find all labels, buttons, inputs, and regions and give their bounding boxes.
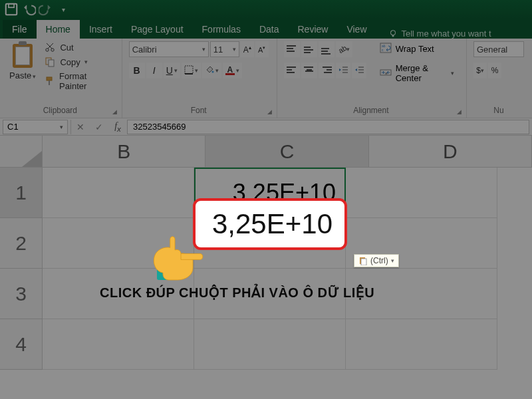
font-size-combo[interactable]: 11▾ bbox=[210, 41, 239, 57]
alignment-dialog-launcher[interactable]: ◢ bbox=[457, 108, 465, 116]
underline-icon: U bbox=[166, 65, 173, 76]
percent-icon: % bbox=[491, 66, 499, 75]
save-icon bbox=[4, 2, 19, 17]
tab-formulas[interactable]: Formulas bbox=[193, 20, 250, 39]
decrease-indent-icon bbox=[338, 66, 348, 76]
group-label-clipboard: Clipboard bbox=[7, 106, 114, 116]
cell-B4[interactable] bbox=[43, 319, 194, 370]
insert-function-button[interactable]: fx bbox=[108, 120, 127, 134]
increase-font-icon: A▴ bbox=[243, 45, 251, 55]
qat-customize[interactable]: ▾ bbox=[56, 2, 70, 17]
group-clipboard: Paste▾ Cut Copy ▾ Format Painter bbox=[0, 39, 122, 118]
svg-rect-3 bbox=[392, 35, 394, 37]
worksheet-grid[interactable]: B C D 1 2 3 4 3,25E+10 bbox=[0, 136, 532, 399]
group-alignment: ab▾ abc Wrap Text bbox=[277, 39, 467, 118]
group-label-alignment: Alignment bbox=[284, 106, 458, 116]
scissors-icon bbox=[44, 42, 56, 53]
fill-color-button[interactable]: ▾ bbox=[202, 63, 221, 78]
tell-me[interactable]: Tell me what you want t bbox=[388, 29, 491, 39]
svg-rect-1 bbox=[9, 4, 14, 8]
select-all-triangle[interactable] bbox=[0, 136, 43, 168]
copy-icon bbox=[44, 57, 56, 67]
tab-page-layout[interactable]: Page Layout bbox=[122, 20, 193, 39]
align-top-button[interactable] bbox=[284, 41, 300, 57]
number-format-combo[interactable]: General bbox=[473, 41, 524, 57]
tab-file[interactable]: File bbox=[3, 20, 37, 39]
borders-icon bbox=[184, 65, 194, 76]
italic-button[interactable]: I bbox=[146, 63, 162, 78]
clipboard-icon bbox=[358, 256, 368, 265]
underline-button[interactable]: U▾ bbox=[164, 63, 180, 78]
accounting-format-button[interactable]: $▾ bbox=[473, 63, 487, 78]
tab-home[interactable]: Home bbox=[37, 20, 80, 39]
formula-bar: C1▾ ✕ ✓ fx 32523545669 bbox=[0, 118, 532, 136]
bold-button[interactable]: B bbox=[129, 63, 145, 78]
align-left-button[interactable] bbox=[284, 63, 300, 78]
group-font: Calibri▾ 11▾ A▴ A▾ B I U▾ ▾ ▾ A▾ Font bbox=[122, 39, 277, 118]
lightbulb-icon bbox=[388, 29, 398, 39]
cell-B1[interactable] bbox=[43, 168, 194, 218]
orientation-button[interactable]: ab▾ bbox=[336, 41, 352, 57]
decrease-font-button[interactable]: A▾ bbox=[255, 41, 269, 57]
cell-D4[interactable] bbox=[346, 319, 497, 370]
tab-insert[interactable]: Insert bbox=[80, 20, 122, 39]
align-middle-button[interactable] bbox=[301, 41, 317, 57]
group-label-font: Font bbox=[129, 106, 269, 116]
cancel-formula-button[interactable]: ✕ bbox=[71, 120, 90, 134]
svg-rect-0 bbox=[6, 4, 17, 15]
enter-formula-button[interactable]: ✓ bbox=[90, 120, 108, 134]
svg-rect-10 bbox=[185, 66, 193, 74]
svg-point-4 bbox=[46, 49, 49, 51]
cell-C4[interactable] bbox=[194, 319, 346, 370]
align-center-button[interactable] bbox=[301, 63, 317, 78]
borders-button[interactable]: ▾ bbox=[182, 63, 201, 78]
align-right-button[interactable] bbox=[319, 63, 334, 78]
column-header-D[interactable]: D bbox=[369, 136, 532, 168]
row-header-4[interactable]: 4 bbox=[0, 319, 43, 370]
align-middle-icon bbox=[304, 45, 315, 53]
column-header-B[interactable]: B bbox=[43, 136, 205, 168]
row-header-3[interactable]: 3 bbox=[0, 269, 43, 319]
save-button[interactable] bbox=[4, 2, 19, 17]
pointing-hand-icon bbox=[145, 226, 205, 289]
italic-icon: I bbox=[153, 65, 156, 76]
font-dialog-launcher[interactable]: ◢ bbox=[267, 108, 275, 116]
increase-indent-button[interactable] bbox=[352, 63, 366, 78]
tab-review[interactable]: Review bbox=[289, 20, 338, 39]
bold-icon: B bbox=[134, 65, 140, 76]
annotation-highlight-box: 3,25E+10 bbox=[193, 198, 347, 250]
name-box[interactable]: C1▾ bbox=[3, 120, 68, 134]
redo-button[interactable] bbox=[39, 2, 53, 17]
svg-rect-8 bbox=[47, 77, 52, 80]
row-header-1[interactable]: 1 bbox=[0, 168, 43, 218]
tab-view[interactable]: View bbox=[337, 20, 376, 39]
increase-font-button[interactable]: A▴ bbox=[241, 41, 254, 57]
copy-button[interactable]: Copy ▾ bbox=[43, 56, 113, 68]
paste-button[interactable] bbox=[10, 41, 35, 69]
column-header-C[interactable]: C bbox=[205, 136, 368, 168]
formula-input[interactable]: 32523545669 bbox=[127, 120, 529, 134]
svg-point-2 bbox=[390, 30, 395, 35]
paste-options-chip[interactable]: (Ctrl)▾ bbox=[354, 254, 399, 267]
undo-button[interactable] bbox=[21, 2, 36, 17]
undo-icon bbox=[21, 2, 36, 17]
decrease-indent-button[interactable] bbox=[336, 63, 350, 78]
clipboard-dialog-launcher[interactable]: ◢ bbox=[112, 108, 120, 116]
align-center-icon bbox=[304, 66, 315, 74]
align-left-icon bbox=[287, 66, 297, 74]
cut-button[interactable]: Cut bbox=[43, 41, 113, 53]
wrap-text-button[interactable]: abc Wrap Text bbox=[376, 41, 458, 57]
percent-format-button[interactable]: % bbox=[488, 63, 501, 78]
font-name-combo[interactable]: Calibri▾ bbox=[129, 41, 209, 57]
svg-point-12 bbox=[211, 70, 213, 72]
merge-center-button[interactable]: a Merge & Center▾ bbox=[376, 62, 458, 84]
font-color-button[interactable]: A▾ bbox=[223, 63, 242, 78]
redo-icon bbox=[39, 2, 53, 17]
tab-data[interactable]: Data bbox=[250, 20, 289, 39]
format-painter-button[interactable]: Format Painter bbox=[43, 70, 113, 92]
paste-label[interactable]: Paste▾ bbox=[9, 70, 36, 80]
cell-D1[interactable] bbox=[346, 168, 497, 218]
align-bottom-button[interactable] bbox=[319, 41, 334, 57]
fill-bucket-icon bbox=[205, 65, 214, 76]
row-header-2[interactable]: 2 bbox=[0, 218, 43, 269]
